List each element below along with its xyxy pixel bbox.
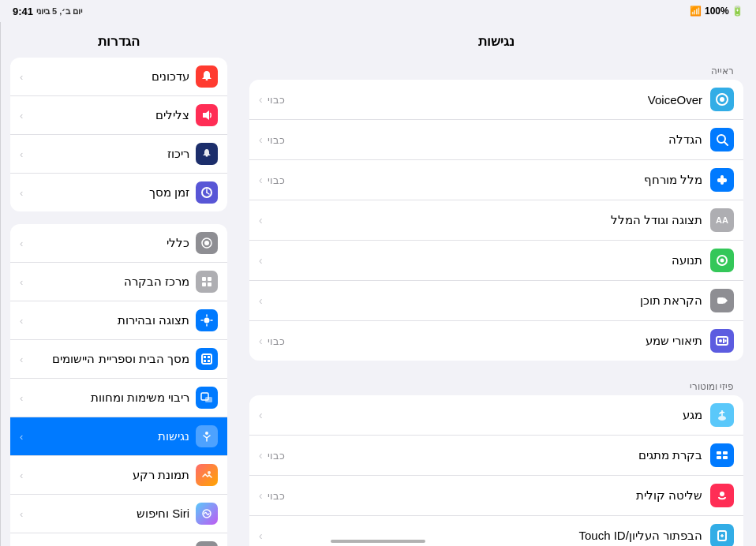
general-label: כללי	[167, 236, 189, 250]
svg-point-14	[718, 416, 726, 421]
audio-desc-icon	[710, 329, 734, 353]
list-item[interactable]: VoiceOver כבוי ›	[249, 80, 743, 120]
svg-rect-51	[204, 360, 206, 362]
svg-rect-50	[208, 356, 210, 358]
settings-row-notifications[interactable]: עדכונים ›	[10, 58, 227, 96]
left-panel-title: נגישות	[249, 22, 743, 58]
magnifier-badge: כבוי	[268, 174, 285, 186]
settings-group-1: עדכונים › צלילים › ריכוז	[10, 58, 227, 211]
accessibility-panel: נגישות ראייה VoiceOver כבוי ›	[237, 22, 756, 546]
chevron-icon: ›	[20, 431, 23, 443]
svg-marker-9	[724, 297, 728, 304]
chevron-icon: ›	[259, 133, 263, 146]
list-item[interactable]: הגדלה כבוי ›	[249, 120, 743, 160]
svg-point-11	[719, 339, 722, 342]
battery-indicator: 🔋 100%	[705, 6, 743, 17]
switch-ctrl-badge: כבוי	[268, 450, 285, 462]
motion-label: תנועה	[263, 253, 710, 267]
settings-row-sounds[interactable]: צלילים ›	[10, 96, 227, 135]
list-item[interactable]: הבפתור העליון/Touch ID ›	[249, 516, 743, 546]
settings-group-2: כללי › מרכז הבקרה › תצוגה ובהי	[10, 224, 227, 546]
display-label: תצוגה ובהירות	[118, 313, 189, 327]
audio-desc-badge: כבוי	[268, 335, 285, 347]
settings-row-general[interactable]: כללי ›	[10, 224, 227, 263]
right-panel-title: הגדרות	[1, 22, 237, 58]
settings-row-wallpaper[interactable]: תמונת רקע ›	[10, 456, 227, 495]
list-item[interactable]: מלל מורחף כבוי ›	[249, 160, 743, 200]
settings-row-accessibility[interactable]: נגישות ›	[10, 417, 227, 456]
chevron-icon: ›	[259, 335, 263, 347]
screentime-icon	[196, 181, 218, 204]
chevron-icon: ›	[259, 214, 263, 226]
settings-panel: הגדרות עדכונים › צלילים ›	[0, 22, 237, 546]
list-item[interactable]: AA תצוגה וגודל המלל ›	[249, 200, 743, 241]
chevron-icon: ›	[259, 294, 263, 307]
magnifier-icon	[710, 168, 734, 192]
svg-rect-5	[720, 175, 724, 185]
svg-rect-41	[202, 282, 206, 286]
svg-rect-49	[204, 356, 206, 358]
settings-row-multitasking[interactable]: ריבוי משימות ומחוות ›	[10, 379, 227, 417]
chevron-icon: ›	[20, 71, 23, 83]
svg-point-55	[205, 432, 208, 435]
settings-row-focus[interactable]: ריכוז ›	[10, 135, 227, 174]
svg-rect-15	[717, 451, 721, 454]
zoom-label: הגדלה	[668, 133, 702, 147]
sounds-label: צלילים	[155, 108, 189, 122]
chevron-icon: ›	[20, 315, 23, 327]
list-item[interactable]: מגע ›	[249, 395, 743, 436]
audio-desc-label: תיאורי שמע	[646, 334, 702, 348]
spoken-label: הקראת תוכן	[640, 294, 702, 308]
settings-row-homescreen[interactable]: מסך הבית וספריית היישומים ›	[10, 340, 227, 379]
multitasking-icon	[196, 387, 218, 409]
section-motor-label: פיזי ומוטורי	[249, 373, 743, 395]
svg-rect-54	[205, 397, 212, 402]
svg-rect-52	[208, 360, 210, 362]
svg-rect-39	[202, 277, 206, 281]
chevron-icon: ›	[20, 469, 23, 481]
settings-row-siri[interactable]: Siri וחיפוש ›	[10, 495, 227, 533]
sounds-icon	[196, 104, 218, 126]
homescreen-icon	[196, 348, 218, 370]
voice-ctrl-label: שליטה קולית	[636, 488, 702, 503]
motor-group: מגע › בקרת מתגים כבוי ›	[249, 395, 743, 546]
date-display: יום ב׳, 5 ביוני	[36, 6, 82, 17]
time-display: 9:41	[13, 6, 33, 17]
zoom-badge: כבוי	[268, 134, 285, 146]
chevron-icon: ›	[259, 529, 263, 542]
homescreen-label: מסך הבית וספריית היישומים	[52, 352, 189, 366]
svg-point-56	[208, 471, 211, 474]
list-item[interactable]: תיאורי שמע כבוי ›	[249, 321, 743, 361]
chevron-icon: ›	[259, 93, 263, 106]
svg-rect-8	[717, 297, 724, 304]
svg-line-36	[207, 193, 209, 194]
accessibility-row-icon	[196, 425, 218, 447]
settings-row-screentime[interactable]: זמן מסך ›	[10, 174, 227, 211]
display-text-label: תצוגה וגודל המלל	[611, 213, 702, 227]
chevron-icon: ›	[20, 276, 23, 288]
chevron-icon: ›	[259, 174, 263, 186]
touch-icon	[710, 403, 734, 427]
chevron-icon: ›	[20, 187, 23, 199]
controlcenter-icon	[196, 271, 218, 293]
chevron-icon: ›	[20, 237, 23, 249]
settings-row-applepencil[interactable]: Apple Pencil ›	[10, 533, 227, 546]
list-item[interactable]: תנועה ›	[249, 241, 743, 281]
svg-rect-42	[208, 282, 211, 286]
list-item[interactable]: שליטה קולית כבוי ›	[249, 476, 743, 516]
chevron-icon: ›	[259, 449, 263, 462]
chevron-icon: ›	[20, 148, 23, 160]
settings-row-display[interactable]: תצוגה ובהירות ›	[10, 301, 227, 340]
list-item[interactable]: הקראת תוכן ›	[249, 281, 743, 321]
notifications-icon	[196, 65, 218, 88]
settings-row-controlcenter[interactable]: מרכז הבקרה ›	[10, 263, 227, 301]
accessibility-row-label: נגישות	[158, 429, 189, 443]
voiceover-label: VoiceOver	[648, 93, 702, 107]
vision-group: VoiceOver כבוי › הגדלה כבוי ›	[249, 80, 743, 361]
voiceover-badge: כבוי	[268, 94, 285, 106]
controlcenter-label: מרכז הבקרה	[124, 275, 189, 289]
chevron-icon: ›	[259, 254, 263, 267]
list-item[interactable]: בקרת מתגים כבוי ›	[249, 436, 743, 476]
status-left: 🔋 100% 📶	[690, 6, 743, 17]
svg-rect-17	[717, 456, 721, 459]
